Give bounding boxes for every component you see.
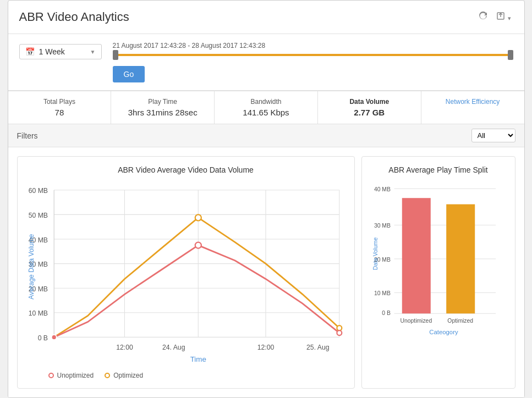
- svg-text:Optimized: Optimized: [447, 318, 473, 324]
- left-chart-legend: Unoptimized Optimized: [26, 372, 345, 379]
- metric-bandwidth-label: Bandwidth: [223, 98, 309, 106]
- app-title: ABR Video Analytics: [19, 10, 129, 24]
- week-selector[interactable]: 📅 1 Week ▼: [19, 44, 102, 59]
- metric-play-time[interactable]: Play Time 3hrs 31mins 28sec: [111, 91, 215, 124]
- export-button[interactable]: ▾: [494, 9, 513, 25]
- legend-unoptimized-label: Unoptimized: [57, 372, 94, 379]
- svg-text:0 B: 0 B: [382, 310, 391, 316]
- controls-section: 📅 1 Week ▼ 21 August 2017 12:43:28 - 28 …: [8, 34, 524, 91]
- metric-total-plays-value: 78: [17, 108, 102, 117]
- svg-text:24. Aug: 24. Aug: [162, 344, 185, 351]
- left-chart-area: 60 MB 50 MB 40 MB 30 MB 20 MB 10 MB 0 B: [26, 181, 345, 367]
- metric-data-volume[interactable]: Data Volume 2.77 GB: [318, 91, 421, 124]
- svg-point-25: [195, 242, 201, 248]
- svg-point-27: [51, 335, 56, 340]
- slider-track: [113, 54, 513, 56]
- header: ABR Video Analytics ▾: [8, 1, 524, 34]
- controls-row: 📅 1 Week ▼ 21 August 2017 12:43:28 - 28 …: [19, 42, 513, 62]
- metrics-bar: Total Plays 78 Play Time 3hrs 31mins 28s…: [8, 91, 524, 124]
- slider-area: 21 August 2017 12:43:28 - 28 August 2017…: [113, 42, 513, 62]
- right-chart-svg: 40 MB 30 MB 20 MB 10 MB 0 B: [371, 181, 506, 337]
- metric-bandwidth[interactable]: Bandwidth 141.65 Kbps: [215, 91, 318, 124]
- refresh-button[interactable]: [476, 9, 490, 25]
- svg-text:10 MB: 10 MB: [374, 290, 390, 296]
- right-chart-title: ABR Average Play Time Split: [371, 165, 506, 174]
- filters-bar: Filters All Option1 Option2: [8, 124, 524, 147]
- svg-text:12:00: 12:00: [116, 344, 133, 351]
- calendar-icon: 📅: [25, 47, 35, 56]
- go-button[interactable]: Go: [113, 66, 145, 82]
- metric-total-plays-label: Total Plays: [17, 98, 102, 106]
- slider-thumb-left[interactable]: [113, 50, 118, 60]
- svg-text:Time: Time: [190, 355, 206, 363]
- metric-play-time-value: 3hrs 31mins 28sec: [120, 108, 205, 117]
- svg-text:Unoptimized: Unoptimized: [400, 318, 432, 324]
- date-range-label: 21 August 2017 12:43:28 - 28 August 2017…: [113, 42, 513, 49]
- svg-text:12:00: 12:00: [257, 344, 274, 351]
- optimized-dot: [105, 373, 110, 378]
- svg-text:60 MB: 60 MB: [28, 187, 47, 195]
- charts-section: ABR Video Average Video Data Volume 60 M…: [8, 147, 524, 397]
- metric-network-efficiency-label: Network Efficiency: [430, 98, 515, 106]
- time-slider[interactable]: [113, 54, 513, 56]
- right-chart-area: 40 MB 30 MB 20 MB 10 MB 0 B: [371, 181, 506, 339]
- svg-text:50 MB: 50 MB: [28, 212, 47, 219]
- svg-text:Average Data Volume: Average Data Volume: [28, 234, 35, 300]
- week-selector-label: 1 Week: [39, 47, 65, 56]
- slider-thumb-right[interactable]: [508, 50, 513, 60]
- metric-data-volume-value: 2.77 GB: [327, 108, 412, 117]
- legend-unoptimized: Unoptimized: [48, 372, 94, 379]
- left-chart-svg: 60 MB 50 MB 40 MB 30 MB 20 MB 10 MB 0 B: [26, 181, 345, 365]
- filters-label: Filters: [17, 131, 38, 140]
- bar-unoptimized: [402, 198, 430, 313]
- svg-text:10 MB: 10 MB: [28, 310, 47, 318]
- svg-text:25. Aug: 25. Aug: [306, 344, 330, 351]
- svg-point-29: [337, 330, 342, 335]
- left-chart-title: ABR Video Average Video Data Volume: [26, 165, 345, 174]
- svg-text:0 B: 0 B: [37, 334, 47, 342]
- metric-data-volume-label: Data Volume: [327, 98, 412, 106]
- legend-optimized-label: Optimized: [113, 372, 143, 379]
- metric-network-efficiency[interactable]: Network Efficiency: [421, 91, 524, 124]
- svg-text:30 MB: 30 MB: [374, 223, 390, 229]
- chevron-down-icon: ▼: [90, 49, 96, 55]
- metric-total-plays[interactable]: Total Plays 78: [8, 91, 112, 124]
- app-container: ABR Video Analytics ▾ 📅 1 Week: [8, 0, 525, 398]
- right-chart-container: ABR Average Play Time Split 40 MB 30 MB …: [361, 156, 515, 389]
- legend-optimized: Optimized: [105, 372, 143, 379]
- svg-point-28: [337, 325, 342, 330]
- bar-optimized: [446, 204, 475, 314]
- svg-text:Cateogory: Cateogory: [429, 329, 458, 335]
- svg-text:40 MB: 40 MB: [374, 186, 390, 192]
- metric-bandwidth-value: 141.65 Kbps: [223, 108, 309, 117]
- metric-play-time-label: Play Time: [120, 98, 205, 106]
- header-actions: ▾: [476, 9, 513, 25]
- filter-select[interactable]: All Option1 Option2: [471, 129, 515, 142]
- svg-point-24: [195, 215, 201, 221]
- left-chart-container: ABR Video Average Video Data Volume 60 M…: [17, 156, 355, 389]
- svg-text:Data Volume: Data Volume: [372, 237, 379, 270]
- unoptimized-dot: [48, 373, 54, 378]
